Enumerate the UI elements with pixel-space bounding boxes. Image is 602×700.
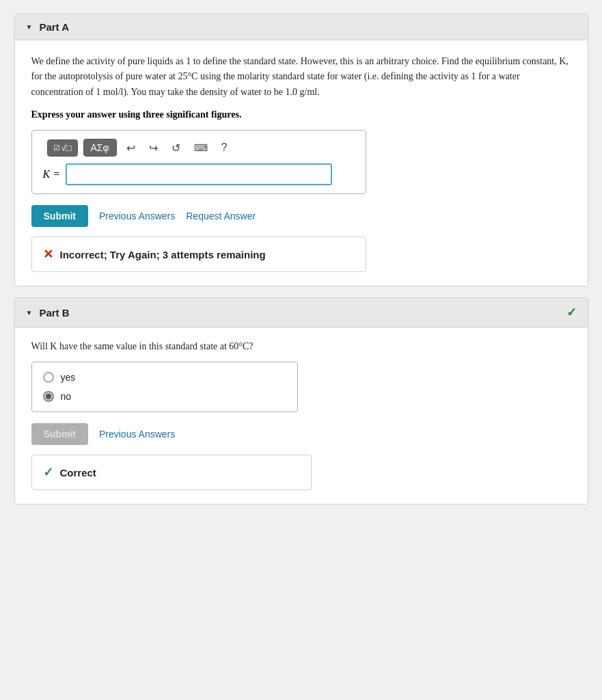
part-a-previous-answers-link[interactable]: Previous Answers [99, 211, 175, 221]
part-b-feedback-box: ✓ Correct [31, 455, 312, 490]
keyboard-button[interactable]: ⌨ [190, 141, 212, 154]
redo-button[interactable]: ↪ [145, 140, 162, 156]
part-b-header: ▼ Part B ✓ [15, 298, 588, 327]
part-b-submit-button: Submit [31, 423, 88, 445]
part-a-submit-button[interactable]: Submit [31, 205, 88, 227]
refresh-button[interactable]: ↺ [167, 140, 184, 156]
part-a-action-row: Submit Previous Answers Request Answer [31, 205, 571, 227]
part-a-input-row: K = [40, 163, 357, 185]
part-b-option-yes[interactable]: yes [43, 372, 286, 383]
part-a-header-left: ▼ Part A [26, 21, 70, 33]
radio-yes-label: yes [61, 372, 76, 383]
undo-button[interactable]: ↩ [122, 140, 139, 156]
part-a-chevron-icon[interactable]: ▼ [26, 23, 33, 31]
part-a-section: ▼ Part A We define the activity of pure … [14, 14, 588, 286]
greek-symbols-button[interactable]: ΑΣφ [83, 139, 117, 157]
part-a-answer-box: ☑ √□ ΑΣφ ↩ ↪ ↺ ⌨ ? K = [31, 130, 366, 194]
part-b-radio-group: yes no [31, 362, 298, 412]
part-b-title: Part B [39, 307, 69, 319]
part-a-toolbar: ☑ √□ ΑΣφ ↩ ↪ ↺ ⌨ ? [40, 139, 357, 157]
radio-yes-circle[interactable] [43, 372, 54, 383]
part-a-request-answer-link[interactable]: Request Answer [186, 211, 256, 221]
part-a-title: Part A [39, 21, 69, 33]
part-b-content: Will K have the same value in this stand… [15, 327, 588, 504]
correct-check-icon: ✓ [43, 465, 53, 480]
radio-no-label: no [61, 391, 72, 402]
incorrect-x-icon: ✕ [43, 247, 53, 262]
part-b-question-text: Will K have the same value in this stand… [31, 341, 571, 352]
part-a-feedback-box: ✕ Incorrect; Try Again; 3 attempts remai… [31, 237, 366, 272]
part-a-content: We define the activity of pure liquids a… [15, 40, 588, 286]
part-b-previous-answers-link[interactable]: Previous Answers [99, 429, 175, 440]
part-b-section: ▼ Part B ✓ Will K have the same value in… [14, 297, 588, 504]
part-b-feedback-text: Correct [60, 467, 96, 479]
sqrt-icon: √□ [61, 143, 72, 153]
part-a-problem-text: We define the activity of pure liquids a… [31, 54, 571, 100]
part-a-feedback-text: Incorrect; Try Again; 3 attempts remaini… [60, 249, 266, 260]
part-b-action-row: Submit Previous Answers [31, 423, 571, 445]
k-label: K = [43, 168, 60, 180]
radio-no-circle[interactable] [43, 391, 54, 402]
page-container: ▼ Part A We define the activity of pure … [14, 14, 588, 686]
math-template-button[interactable]: ☑ √□ [47, 139, 78, 157]
part-b-correct-header-icon: ✓ [566, 305, 577, 320]
part-b-chevron-icon[interactable]: ▼ [26, 309, 33, 317]
part-a-header: ▼ Part A [15, 14, 588, 40]
part-a-bold-instruction: Express your answer using three signific… [31, 109, 571, 120]
part-b-header-left: ▼ Part B [26, 307, 70, 319]
part-a-answer-input[interactable] [66, 163, 332, 185]
help-button[interactable]: ? [217, 140, 232, 155]
checkbox-small-icon: ☑ [53, 144, 60, 152]
part-b-option-no[interactable]: no [43, 391, 286, 402]
